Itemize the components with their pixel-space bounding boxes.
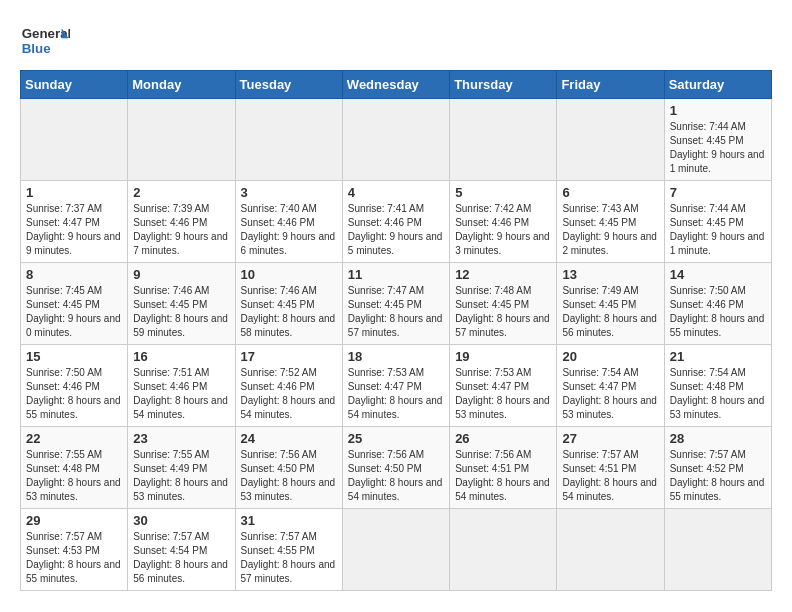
day-header-wednesday: Wednesday: [342, 71, 449, 99]
calendar-cell: [342, 99, 449, 181]
day-number: 29: [26, 513, 122, 528]
calendar-cell: 22Sunrise: 7:55 AMSunset: 4:48 PMDayligh…: [21, 427, 128, 509]
day-info: Sunrise: 7:53 AMSunset: 4:47 PMDaylight:…: [455, 366, 551, 422]
day-number: 6: [562, 185, 658, 200]
calendar-cell: [450, 99, 557, 181]
day-info: Sunrise: 7:56 AMSunset: 4:51 PMDaylight:…: [455, 448, 551, 504]
calendar-cell: [342, 509, 449, 591]
day-info: Sunrise: 7:57 AMSunset: 4:52 PMDaylight:…: [670, 448, 766, 504]
day-info: Sunrise: 7:50 AMSunset: 4:46 PMDaylight:…: [26, 366, 122, 422]
day-number: 1: [670, 103, 766, 118]
day-header-friday: Friday: [557, 71, 664, 99]
day-number: 23: [133, 431, 229, 446]
day-number: 7: [670, 185, 766, 200]
days-header-row: SundayMondayTuesdayWednesdayThursdayFrid…: [21, 71, 772, 99]
day-number: 3: [241, 185, 337, 200]
day-number: 24: [241, 431, 337, 446]
calendar-cell: 10Sunrise: 7:46 AMSunset: 4:45 PMDayligh…: [235, 263, 342, 345]
calendar-table: SundayMondayTuesdayWednesdayThursdayFrid…: [20, 70, 772, 591]
calendar-cell: 17Sunrise: 7:52 AMSunset: 4:46 PMDayligh…: [235, 345, 342, 427]
day-number: 16: [133, 349, 229, 364]
calendar-cell: 26Sunrise: 7:56 AMSunset: 4:51 PMDayligh…: [450, 427, 557, 509]
day-number: 31: [241, 513, 337, 528]
day-info: Sunrise: 7:47 AMSunset: 4:45 PMDaylight:…: [348, 284, 444, 340]
day-info: Sunrise: 7:54 AMSunset: 4:48 PMDaylight:…: [670, 366, 766, 422]
day-number: 26: [455, 431, 551, 446]
day-header-monday: Monday: [128, 71, 235, 99]
day-number: 12: [455, 267, 551, 282]
calendar-cell: [450, 509, 557, 591]
day-number: 20: [562, 349, 658, 364]
calendar-cell: 2Sunrise: 7:39 AMSunset: 4:46 PMDaylight…: [128, 181, 235, 263]
day-info: Sunrise: 7:46 AMSunset: 4:45 PMDaylight:…: [241, 284, 337, 340]
calendar-cell: 13Sunrise: 7:49 AMSunset: 4:45 PMDayligh…: [557, 263, 664, 345]
calendar-cell: 3Sunrise: 7:40 AMSunset: 4:46 PMDaylight…: [235, 181, 342, 263]
day-number: 28: [670, 431, 766, 446]
calendar-cell: 23Sunrise: 7:55 AMSunset: 4:49 PMDayligh…: [128, 427, 235, 509]
calendar-week-2: 1Sunrise: 7:37 AMSunset: 4:47 PMDaylight…: [21, 181, 772, 263]
day-info: Sunrise: 7:39 AMSunset: 4:46 PMDaylight:…: [133, 202, 229, 258]
day-info: Sunrise: 7:57 AMSunset: 4:51 PMDaylight:…: [562, 448, 658, 504]
day-number: 18: [348, 349, 444, 364]
calendar-week-3: 8Sunrise: 7:45 AMSunset: 4:45 PMDaylight…: [21, 263, 772, 345]
day-info: Sunrise: 7:54 AMSunset: 4:47 PMDaylight:…: [562, 366, 658, 422]
calendar-cell: 16Sunrise: 7:51 AMSunset: 4:46 PMDayligh…: [128, 345, 235, 427]
day-number: 19: [455, 349, 551, 364]
day-header-saturday: Saturday: [664, 71, 771, 99]
day-info: Sunrise: 7:57 AMSunset: 4:53 PMDaylight:…: [26, 530, 122, 586]
calendar-cell: 1Sunrise: 7:37 AMSunset: 4:47 PMDaylight…: [21, 181, 128, 263]
day-info: Sunrise: 7:44 AMSunset: 4:45 PMDaylight:…: [670, 120, 766, 176]
calendar-cell: 4Sunrise: 7:41 AMSunset: 4:46 PMDaylight…: [342, 181, 449, 263]
calendar-cell: 18Sunrise: 7:53 AMSunset: 4:47 PMDayligh…: [342, 345, 449, 427]
day-number: 2: [133, 185, 229, 200]
day-info: Sunrise: 7:42 AMSunset: 4:46 PMDaylight:…: [455, 202, 551, 258]
day-info: Sunrise: 7:52 AMSunset: 4:46 PMDaylight:…: [241, 366, 337, 422]
calendar-week-4: 15Sunrise: 7:50 AMSunset: 4:46 PMDayligh…: [21, 345, 772, 427]
svg-text:Blue: Blue: [22, 41, 51, 56]
calendar-cell: 1Sunrise: 7:44 AMSunset: 4:45 PMDaylight…: [664, 99, 771, 181]
calendar-cell: 15Sunrise: 7:50 AMSunset: 4:46 PMDayligh…: [21, 345, 128, 427]
calendar-cell: 20Sunrise: 7:54 AMSunset: 4:47 PMDayligh…: [557, 345, 664, 427]
logo: General Blue: [20, 20, 74, 60]
calendar-cell: 11Sunrise: 7:47 AMSunset: 4:45 PMDayligh…: [342, 263, 449, 345]
day-number: 25: [348, 431, 444, 446]
day-info: Sunrise: 7:57 AMSunset: 4:55 PMDaylight:…: [241, 530, 337, 586]
day-number: 21: [670, 349, 766, 364]
day-info: Sunrise: 7:44 AMSunset: 4:45 PMDaylight:…: [670, 202, 766, 258]
day-info: Sunrise: 7:50 AMSunset: 4:46 PMDaylight:…: [670, 284, 766, 340]
day-info: Sunrise: 7:37 AMSunset: 4:47 PMDaylight:…: [26, 202, 122, 258]
calendar-cell: 9Sunrise: 7:46 AMSunset: 4:45 PMDaylight…: [128, 263, 235, 345]
calendar-cell: 25Sunrise: 7:56 AMSunset: 4:50 PMDayligh…: [342, 427, 449, 509]
calendar-cell: 6Sunrise: 7:43 AMSunset: 4:45 PMDaylight…: [557, 181, 664, 263]
calendar-week-5: 22Sunrise: 7:55 AMSunset: 4:48 PMDayligh…: [21, 427, 772, 509]
day-number: 15: [26, 349, 122, 364]
day-info: Sunrise: 7:40 AMSunset: 4:46 PMDaylight:…: [241, 202, 337, 258]
day-info: Sunrise: 7:51 AMSunset: 4:46 PMDaylight:…: [133, 366, 229, 422]
calendar-cell: 27Sunrise: 7:57 AMSunset: 4:51 PMDayligh…: [557, 427, 664, 509]
day-info: Sunrise: 7:48 AMSunset: 4:45 PMDaylight:…: [455, 284, 551, 340]
calendar-cell: 21Sunrise: 7:54 AMSunset: 4:48 PMDayligh…: [664, 345, 771, 427]
calendar-week-6: 29Sunrise: 7:57 AMSunset: 4:53 PMDayligh…: [21, 509, 772, 591]
calendar-cell: [557, 99, 664, 181]
calendar-cell: 8Sunrise: 7:45 AMSunset: 4:45 PMDaylight…: [21, 263, 128, 345]
day-number: 30: [133, 513, 229, 528]
calendar-cell: 12Sunrise: 7:48 AMSunset: 4:45 PMDayligh…: [450, 263, 557, 345]
day-number: 22: [26, 431, 122, 446]
day-info: Sunrise: 7:53 AMSunset: 4:47 PMDaylight:…: [348, 366, 444, 422]
page-header: General Blue: [20, 20, 772, 60]
calendar-cell: [664, 509, 771, 591]
day-number: 4: [348, 185, 444, 200]
day-number: 8: [26, 267, 122, 282]
day-number: 1: [26, 185, 122, 200]
calendar-week-1: 1Sunrise: 7:44 AMSunset: 4:45 PMDaylight…: [21, 99, 772, 181]
day-info: Sunrise: 7:56 AMSunset: 4:50 PMDaylight:…: [241, 448, 337, 504]
day-number: 17: [241, 349, 337, 364]
day-header-sunday: Sunday: [21, 71, 128, 99]
calendar-cell: [128, 99, 235, 181]
calendar-cell: 30Sunrise: 7:57 AMSunset: 4:54 PMDayligh…: [128, 509, 235, 591]
calendar-cell: [235, 99, 342, 181]
day-number: 10: [241, 267, 337, 282]
day-info: Sunrise: 7:57 AMSunset: 4:54 PMDaylight:…: [133, 530, 229, 586]
calendar-cell: 7Sunrise: 7:44 AMSunset: 4:45 PMDaylight…: [664, 181, 771, 263]
day-number: 11: [348, 267, 444, 282]
